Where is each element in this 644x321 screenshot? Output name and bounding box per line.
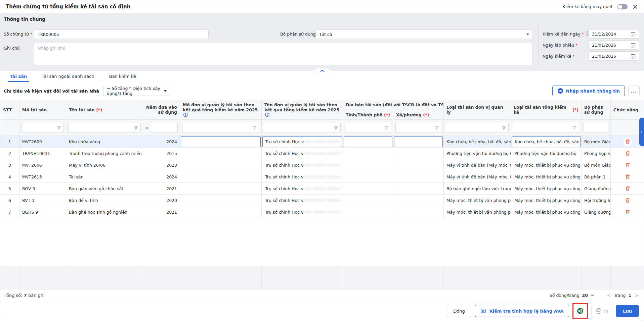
table-row[interactable]: 2 TRANH10031 Tranh treo tường phong cảnh…: [0, 148, 644, 159]
cell-unit-code[interactable]: [180, 206, 262, 218]
col-header-unit-code[interactable]: Mã đơn vị quản lý tài sản theo kết quả t…: [180, 100, 262, 119]
province-input[interactable]: [344, 183, 392, 194]
province-input[interactable]: [344, 159, 392, 171]
created-date-input[interactable]: 21/01/2026: [588, 40, 639, 50]
ward-input[interactable]: [394, 148, 443, 159]
unit-name-input[interactable]: Trụ sở chính Học v••• ••••• ••••• ••: [262, 195, 342, 206]
cell-ward[interactable]: [393, 183, 444, 194]
cell-unit-code[interactable]: [180, 171, 262, 182]
col-header-type-unit[interactable]: Loại tài sản đơn vị quản lý: [444, 100, 511, 119]
col-header-name[interactable]: Tên tài sản (*): [66, 100, 143, 119]
filter-input-province[interactable]: [345, 123, 391, 133]
cell-province[interactable]: [343, 206, 393, 218]
type-inventory-input[interactable]: Máy móc, thiết bị phục vụ công...: [512, 159, 581, 171]
cell-ward[interactable]: [393, 171, 444, 182]
delete-row-button[interactable]: [623, 196, 632, 205]
delete-row-button[interactable]: [623, 208, 632, 216]
filter-input-unit-name[interactable]: [264, 123, 341, 133]
ward-input[interactable]: [394, 183, 443, 194]
cell-type-inventory[interactable]: Máy móc, thiết bị phục vụ công...: [511, 171, 582, 182]
col-header-unit-name[interactable]: Tên đơn vị quản lý tài sản theo kết quả …: [262, 100, 343, 119]
ward-input[interactable]: [394, 136, 443, 147]
unit-name-input[interactable]: Trụ sở chính Học v••• ••••• ••••• ••: [262, 171, 342, 182]
unit-name-input[interactable]: Trụ sở chính Học v••• ••••• ••••• ••: [262, 159, 342, 171]
province-input[interactable]: [344, 206, 392, 218]
unit-code-input[interactable]: [181, 206, 261, 218]
delete-row-button[interactable]: [623, 161, 632, 169]
cell-type-inventory[interactable]: Kho chứa, bể chứa, bãi đỗ, sân ...: [511, 136, 582, 147]
ward-input[interactable]: [394, 171, 443, 182]
cell-ward[interactable]: [393, 159, 444, 171]
unit-name-input[interactable]: Trụ sở chính Học v••• ••••• ••••• ••: [262, 183, 342, 194]
filter-icon[interactable]: [134, 125, 138, 130]
ward-input[interactable]: [394, 206, 443, 218]
filter-icon[interactable]: [434, 125, 439, 130]
cell-province[interactable]: [343, 183, 393, 194]
cell-province[interactable]: [343, 148, 393, 159]
table-row[interactable]: 5 BGV 3 Bàn giáo viên gỗ chân sắt 2021 T…: [0, 183, 644, 195]
cell-unit-code[interactable]: [180, 159, 262, 171]
tab-tai-san-ngoai-danh-sach[interactable]: Tài sản ngoài danh sách: [42, 71, 94, 82]
cell-unit-name[interactable]: Trụ sở chính Học v••• ••••• ••••• ••: [262, 206, 343, 218]
cell-province[interactable]: [343, 136, 393, 147]
tab-ban-kiem-ke[interactable]: Ban kiểm kê: [109, 71, 136, 82]
delete-row-button[interactable]: [623, 184, 632, 193]
table-row[interactable]: 6 BVT 3 Bàn để vi tính 2020 Trụ sở chính…: [0, 195, 644, 206]
cell-type-inventory[interactable]: Máy móc, thiết bị phục vụ công...: [511, 195, 582, 206]
filter-icon[interactable]: [502, 125, 506, 130]
inventory-to-date-input[interactable]: 31/12/2024: [588, 29, 639, 39]
info-icon[interactable]: ⓘ: [265, 112, 269, 117]
filter-icon[interactable]: [384, 125, 389, 130]
col-header-ward[interactable]: Xã/phường (*): [393, 110, 444, 119]
department-select[interactable]: Tất cả: [315, 30, 533, 39]
col-header-stt[interactable]: STT: [0, 100, 19, 119]
cell-province[interactable]: [343, 195, 393, 206]
type-inventory-input[interactable]: Máy móc, thiết bị phục vụ công...: [512, 171, 581, 182]
ward-input[interactable]: [394, 195, 443, 206]
type-inventory-input[interactable]: Phương tiện vận tải đường bộ: [512, 148, 581, 159]
cell-type-inventory[interactable]: Máy móc, thiết bị phục vụ công...: [511, 206, 582, 218]
filter-input-type-inventory[interactable]: [513, 123, 579, 133]
rows-per-page-select[interactable]: Số dòng/trang 20: [550, 293, 594, 298]
cell-type-inventory[interactable]: Máy móc, thiết bị phục vụ công...: [511, 159, 582, 171]
next-page-button[interactable]: >: [634, 293, 639, 298]
scan-toggle[interactable]: [617, 4, 628, 9]
quick-fill-button[interactable]: Nhập nhanh thông tin: [552, 86, 625, 96]
type-inventory-input[interactable]: Máy móc, thiết bị phục vụ công...: [512, 183, 581, 194]
inventory-date-input[interactable]: 21/01/2026: [588, 51, 639, 61]
calendar-icon[interactable]: [631, 54, 636, 59]
side-panel-toggle[interactable]: ‹: [639, 118, 644, 146]
more-options-button[interactable]: ...: [628, 86, 640, 96]
close-button[interactable]: Đóng: [447, 305, 471, 317]
print-button[interactable]: In: [591, 305, 612, 317]
col-header-province[interactable]: Tỉnh/Thành phố (*): [343, 110, 393, 119]
cell-type-inventory[interactable]: Phương tiện vận tải đường bộ: [511, 148, 582, 159]
filter-input-ward[interactable]: [395, 123, 441, 133]
delete-row-button[interactable]: [623, 137, 632, 146]
col-header-department[interactable]: Bộ phận sử dụng: [582, 100, 611, 119]
table-row[interactable]: 4 MVT2613 Tài sản 2024 Trụ sở chính Học …: [0, 171, 644, 183]
note-textarea[interactable]: [34, 43, 533, 65]
unit-name-input[interactable]: Trụ sở chính Học v••• ••••• ••••• ••: [262, 148, 342, 159]
unit-name-input[interactable]: Trụ sở chính Học v••• ••••• ••••• ••: [262, 136, 342, 147]
filter-icon[interactable]: [572, 125, 577, 130]
type-inventory-input[interactable]: Kho chứa, bể chứa, bãi đỗ, sân ...: [512, 136, 581, 147]
close-icon[interactable]: ×: [632, 3, 638, 10]
cell-unit-code[interactable]: [180, 195, 262, 206]
cell-ward[interactable]: [393, 136, 444, 147]
type-inventory-input[interactable]: Máy móc, thiết bị phục vụ công...: [512, 206, 581, 218]
tab-tai-san[interactable]: Tài sản: [10, 71, 27, 82]
unit-code-input[interactable]: [181, 195, 261, 206]
unit-code-input[interactable]: [181, 171, 261, 182]
filter-icon[interactable]: [334, 125, 338, 130]
province-input[interactable]: [344, 171, 392, 182]
cell-province[interactable]: [343, 171, 393, 182]
collapse-section-button[interactable]: [314, 68, 330, 73]
col-header-type-inventory[interactable]: Loại tài sản tổng kiểm kê (*): [511, 100, 582, 119]
cell-ward[interactable]: [393, 148, 444, 159]
unit-code-input[interactable]: [181, 136, 261, 147]
cell-unit-code[interactable]: [180, 148, 262, 159]
cell-unit-name[interactable]: Trụ sở chính Học v••• ••••• ••••• ••: [262, 171, 343, 182]
col-header-year[interactable]: Năm đưa vào sử dụng: [143, 100, 180, 119]
info-icon[interactable]: ⓘ: [183, 112, 188, 117]
